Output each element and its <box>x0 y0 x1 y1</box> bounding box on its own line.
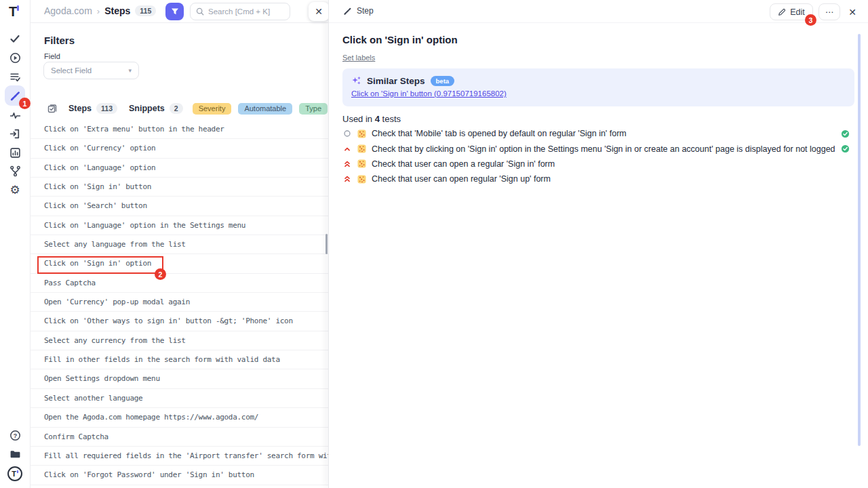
close-icon: ✕ <box>315 6 323 17</box>
gear-icon[interactable]: ⚙ <box>5 180 24 199</box>
folder-icon[interactable] <box>5 445 24 464</box>
test-title: Check that by clicking on 'Sign in' opti… <box>372 144 835 154</box>
step-row[interactable]: Select another language <box>31 389 328 408</box>
search-input[interactable] <box>208 7 283 16</box>
used-in-tests-label: Used in 4 tests <box>342 114 401 124</box>
tag-severity[interactable]: Severity <box>193 103 232 115</box>
steps-count-badge: 113 <box>96 103 117 114</box>
help-icon[interactable]: ? <box>5 426 24 445</box>
more-button[interactable]: ⋯ <box>818 3 841 20</box>
breadcrumb-separator: › <box>97 6 100 16</box>
confetti-emoji <box>357 175 366 184</box>
test-row[interactable]: Check that by clicking on 'Sign in' opti… <box>342 141 850 156</box>
set-labels-link[interactable]: Set labels <box>342 54 375 62</box>
sparkles-icon <box>351 76 361 86</box>
list-toolbar: Steps 113 Snippets 2 Severity Automatabl… <box>47 102 328 115</box>
step-row[interactable]: Click on 'Extra menu' button in the head… <box>31 120 328 139</box>
funnel-icon <box>171 7 179 16</box>
sign-in-icon[interactable] <box>5 124 24 143</box>
breadcrumb-page: Steps <box>104 5 130 16</box>
snippets-count-badge: 2 <box>170 103 183 114</box>
step-detail-panel: Step Edit ⋯ ✕ Click on 'Sign in' option … <box>328 0 868 488</box>
similar-steps-title: Similar Steps <box>367 76 425 86</box>
annotation-highlight-rect <box>37 256 163 274</box>
step-row[interactable]: Confirm Captcha <box>31 428 328 447</box>
step-row[interactable]: Select any currency from the list <box>31 331 328 350</box>
list-check-icon[interactable] <box>5 67 24 86</box>
detail-header: Step Edit ⋯ ✕ <box>329 0 868 23</box>
step-row[interactable]: Click on 'Language' option <box>31 159 328 178</box>
step-row[interactable]: Select any language from the list <box>31 235 328 254</box>
field-select-value: Select Field <box>51 66 92 75</box>
test-row[interactable]: Check that user can open a regular 'Sign… <box>342 157 850 171</box>
test-title: Check that 'Mobile' tab is opened by def… <box>372 129 835 138</box>
confetti-emoji <box>357 129 366 138</box>
steps-total-badge: 115 <box>135 5 156 16</box>
step-row[interactable]: Click on 'Forgot Password' under 'Sign i… <box>31 466 328 485</box>
test-title: Check that user can open regular 'Sign u… <box>372 174 850 184</box>
step-row[interactable]: Open the Agoda.com homepage https://www.… <box>31 408 328 427</box>
confetti-emoji <box>357 159 366 168</box>
app-logo: T <box>9 4 19 20</box>
test-row[interactable]: Check that user can open regular 'Sign u… <box>342 171 850 186</box>
tag-automatable[interactable]: Automatable <box>238 103 292 115</box>
search-icon <box>196 7 204 16</box>
test-row[interactable]: Check that 'Mobile' tab is opened by def… <box>342 126 850 141</box>
used-in-count: 4 <box>375 114 380 124</box>
detail-close-button[interactable]: ✕ <box>846 7 859 18</box>
svg-text:?: ? <box>13 432 17 439</box>
similar-steps-box: Similar Steps beta Click on 'Sign in' bu… <box>342 68 854 106</box>
t-logo-circle[interactable]: T <box>5 464 24 483</box>
filters-title: Filters <box>44 35 75 46</box>
step-row[interactable]: Pass Captcha <box>31 274 328 293</box>
list-close-button[interactable]: ✕ <box>309 2 328 21</box>
field-label: Field <box>44 52 60 60</box>
beta-badge: beta <box>431 76 455 86</box>
step-title: Click on 'Sign in' option <box>342 34 458 45</box>
activity-icon[interactable] <box>5 106 24 125</box>
step-row[interactable]: Open Settings dropdown menu <box>31 369 328 388</box>
list-scrollbar[interactable] <box>326 234 328 254</box>
pencil-icon <box>778 8 786 16</box>
clipboard-check-icon[interactable] <box>47 104 57 113</box>
step-row[interactable]: Click on 'Currency' option <box>31 139 328 158</box>
field-select[interactable]: Select Field ▾ <box>43 62 139 79</box>
step-row[interactable]: Click on 'Search' button <box>31 197 328 216</box>
report-icon[interactable] <box>5 143 24 162</box>
test-title: Check that user can open a regular 'Sign… <box>372 159 850 169</box>
list-header: Agoda.com › Steps 115 ✕ <box>31 0 328 23</box>
filter-button[interactable] <box>165 3 184 20</box>
step-row[interactable]: Fill in other fields in the search form … <box>31 350 328 369</box>
edit-label: Edit <box>790 7 805 17</box>
passed-icon <box>841 144 850 153</box>
play-circle-icon[interactable] <box>5 48 24 67</box>
branch-icon[interactable] <box>5 161 24 180</box>
passed-icon <box>841 129 850 138</box>
steps-list: Click on 'Extra menu' button in the head… <box>31 120 328 485</box>
severity-high-icon <box>342 145 352 153</box>
chevron-down-icon: ▾ <box>128 67 132 74</box>
step-row[interactable]: Click on 'Other ways to sign in' button … <box>31 312 328 331</box>
annotation-badge-1: 1 <box>19 98 31 109</box>
annotation-badge-3: 3 <box>805 14 816 26</box>
steps-list-panel: Agoda.com › Steps 115 ✕ Filters Field Se… <box>31 0 328 488</box>
step-row[interactable]: Click on 'Sign in' button <box>31 178 328 197</box>
annotation-badge-2: 2 <box>155 268 166 280</box>
severity-critical-icon <box>342 160 352 168</box>
step-row[interactable]: Open 'Currency' pop-up modal again <box>31 293 328 312</box>
detail-scrollbar[interactable] <box>858 34 861 446</box>
close-icon: ✕ <box>848 7 856 18</box>
breadcrumb: Agoda.com › Steps 115 <box>44 5 156 16</box>
check-icon[interactable] <box>5 29 24 48</box>
search-box[interactable] <box>190 3 290 20</box>
tab-snippets[interactable]: Snippets <box>129 104 165 113</box>
tag-type[interactable]: Type <box>299 103 328 115</box>
detail-header-label: Step <box>357 6 374 16</box>
similar-step-link[interactable]: Click on 'Sign in' button (0.97150719165… <box>351 89 507 98</box>
step-row[interactable]: Click on 'Language' option in the Settin… <box>31 216 328 235</box>
breadcrumb-project[interactable]: Agoda.com <box>44 5 92 16</box>
step-row[interactable]: Fill all requiered fields in the 'Airpor… <box>31 447 328 466</box>
detail-header-title: Step <box>343 6 374 16</box>
severity-critical-icon <box>342 175 352 183</box>
tab-steps[interactable]: Steps <box>68 104 92 113</box>
